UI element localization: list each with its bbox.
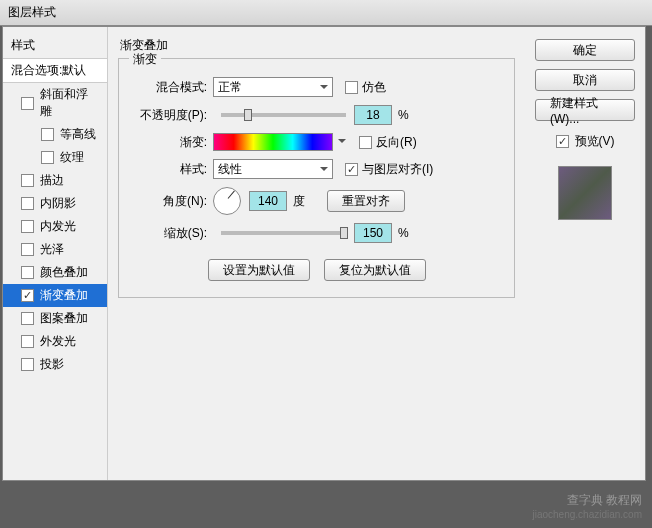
scale-label: 缩放(S):	[127, 225, 213, 242]
style-item-label: 渐变叠加	[40, 287, 88, 304]
reverse-checkbox[interactable]: 反向(R)	[359, 134, 417, 151]
right-buttons: 确定 取消 新建样式(W)... 预览(V)	[525, 27, 645, 480]
styles-sidebar: 样式 混合选项:默认 斜面和浮雕等高线纹理描边内阴影内发光光泽颜色叠加渐变叠加图…	[3, 27, 108, 480]
dither-checkbox[interactable]: 仿色	[345, 79, 386, 96]
dialog-title: 图层样式	[8, 5, 56, 19]
reset-align-button[interactable]: 重置对齐	[327, 190, 405, 212]
style-item[interactable]: 投影	[3, 353, 107, 376]
style-item-label: 颜色叠加	[40, 264, 88, 281]
style-item-label: 图案叠加	[40, 310, 88, 327]
gradient-picker[interactable]	[213, 133, 333, 151]
angle-input[interactable]: 140	[249, 191, 287, 211]
checkbox-icon	[21, 197, 34, 210]
checkbox-icon	[556, 135, 569, 148]
style-item-label: 外发光	[40, 333, 76, 350]
style-item[interactable]: 光泽	[3, 238, 107, 261]
preview-swatch	[558, 166, 612, 220]
style-item-label: 纹理	[60, 149, 84, 166]
style-item[interactable]: 图案叠加	[3, 307, 107, 330]
angle-unit: 度	[293, 193, 305, 210]
gradient-label: 渐变:	[127, 134, 213, 151]
new-style-button[interactable]: 新建样式(W)...	[535, 99, 635, 121]
checkbox-icon	[21, 97, 34, 110]
watermark: 查字典 教程网 jiaocheng.chazidian.com	[532, 492, 642, 520]
scale-unit: %	[398, 226, 409, 240]
style-item-label: 描边	[40, 172, 64, 189]
checkbox-icon	[345, 163, 358, 176]
angle-dial[interactable]	[213, 187, 241, 215]
style-item[interactable]: 纹理	[3, 146, 107, 169]
checkbox-icon	[21, 289, 34, 302]
style-item[interactable]: 描边	[3, 169, 107, 192]
style-item-label: 内发光	[40, 218, 76, 235]
blend-options-header[interactable]: 混合选项:默认	[3, 58, 107, 83]
cancel-button[interactable]: 取消	[535, 69, 635, 91]
align-checkbox[interactable]: 与图层对齐(I)	[345, 161, 433, 178]
styles-heading[interactable]: 样式	[3, 33, 107, 58]
scale-input[interactable]: 150	[354, 223, 392, 243]
style-item-label: 内阴影	[40, 195, 76, 212]
checkbox-icon	[21, 243, 34, 256]
reset-default-button[interactable]: 复位为默认值	[324, 259, 426, 281]
angle-label: 角度(N):	[127, 193, 213, 210]
options-panel: 渐变叠加 渐变 混合模式: 正常 仿色 不透明度(P): 18 % 渐	[108, 27, 525, 480]
set-default-button[interactable]: 设置为默认值	[208, 259, 310, 281]
ok-button[interactable]: 确定	[535, 39, 635, 61]
opacity-slider[interactable]	[221, 113, 346, 117]
style-item[interactable]: 颜色叠加	[3, 261, 107, 284]
checkbox-icon	[359, 136, 372, 149]
style-item-label: 投影	[40, 356, 64, 373]
checkbox-icon	[41, 128, 54, 141]
scale-slider[interactable]	[221, 231, 346, 235]
dialog-titlebar: 图层样式	[0, 0, 652, 26]
style-label: 样式:	[127, 161, 213, 178]
blend-mode-label: 混合模式:	[127, 79, 213, 96]
checkbox-icon	[21, 174, 34, 187]
style-select[interactable]: 线性	[213, 159, 333, 179]
gradient-fieldset: 渐变 混合模式: 正常 仿色 不透明度(P): 18 % 渐变:	[118, 58, 515, 298]
checkbox-icon	[21, 358, 34, 371]
blend-mode-select[interactable]: 正常	[213, 77, 333, 97]
style-item-label: 等高线	[60, 126, 96, 143]
panel-title: 渐变叠加	[120, 37, 519, 54]
checkbox-icon	[21, 335, 34, 348]
style-item[interactable]: 内发光	[3, 215, 107, 238]
checkbox-icon	[21, 266, 34, 279]
style-item[interactable]: 外发光	[3, 330, 107, 353]
preview-checkbox[interactable]: 预览(V)	[556, 133, 615, 150]
opacity-unit: %	[398, 108, 409, 122]
style-item[interactable]: 等高线	[3, 123, 107, 146]
style-item[interactable]: 斜面和浮雕	[3, 83, 107, 123]
dialog-body: 样式 混合选项:默认 斜面和浮雕等高线纹理描边内阴影内发光光泽颜色叠加渐变叠加图…	[2, 26, 646, 481]
opacity-input[interactable]: 18	[354, 105, 392, 125]
style-item[interactable]: 内阴影	[3, 192, 107, 215]
checkbox-icon	[41, 151, 54, 164]
style-item-label: 光泽	[40, 241, 64, 258]
style-item[interactable]: 渐变叠加	[3, 284, 107, 307]
fieldset-label: 渐变	[129, 51, 161, 68]
checkbox-icon	[345, 81, 358, 94]
opacity-label: 不透明度(P):	[127, 107, 213, 124]
checkbox-icon	[21, 220, 34, 233]
style-list: 斜面和浮雕等高线纹理描边内阴影内发光光泽颜色叠加渐变叠加图案叠加外发光投影	[3, 83, 107, 376]
checkbox-icon	[21, 312, 34, 325]
style-item-label: 斜面和浮雕	[40, 86, 99, 120]
